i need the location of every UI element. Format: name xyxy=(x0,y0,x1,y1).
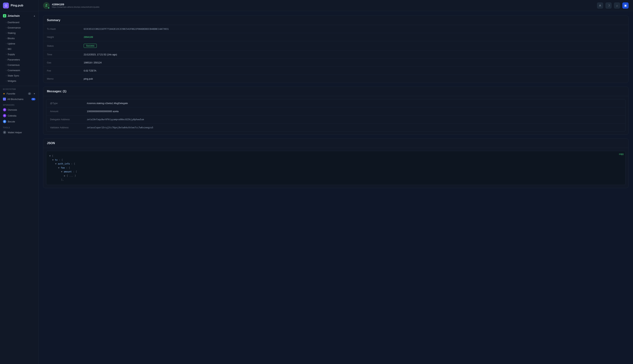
sponsors-section: SPONSORS O Osmosis ✦ Celestia B Becole xyxy=(0,102,39,124)
ecosystem-label: ECOSYSTEM xyxy=(0,86,39,91)
height-value[interactable]: 2894189 xyxy=(84,36,625,38)
time-label: Time xyxy=(47,53,84,56)
becole-label: Becole xyxy=(8,120,15,123)
chain-header[interactable]: Z Zetachain ▲ xyxy=(0,13,39,19)
json-collapse-icon[interactable]: ▼ xyxy=(49,154,51,157)
time-value: 21/12/2023, 17:21:52 (14s ago) xyxy=(84,53,625,56)
favorite-label: Favorite xyxy=(7,92,15,95)
status-value: Success xyxy=(84,44,625,48)
sidebar-item-ibc[interactable]: › IBC xyxy=(0,46,39,52)
tools-section: TOOLS ⊟ Wallet Helper xyxy=(0,124,39,135)
app-logo: ⬡ xyxy=(3,2,9,8)
json-card: JSON copy ▼ { ▼ tx : { ▼ auth_info xyxy=(43,138,628,188)
sidebar-item-osmosis[interactable]: O Osmosis xyxy=(0,107,39,113)
msg-delegator-label: Delegator Address xyxy=(50,118,87,121)
msg-delegator-row: Delegator Address zeta19nfaqu9wr0fktyyam… xyxy=(46,116,625,124)
json-line: ▼ tx : { xyxy=(49,158,622,162)
fee-row: Fee 0.02 TZETA xyxy=(43,67,628,75)
fee-value: 0.02 TZETA xyxy=(84,69,625,72)
nav-arrow-icon: › xyxy=(6,32,7,34)
json-line: ▼ { xyxy=(49,154,622,158)
memo-label: Memo xyxy=(47,78,84,80)
nav-arrow-icon: › xyxy=(6,21,7,23)
status-row: Status Success xyxy=(43,41,628,50)
sidebar-item-cosmwasm[interactable]: › Cosmwasm xyxy=(0,68,39,73)
sidebar-item-label: Dashboard xyxy=(8,21,19,24)
chain-header-left: Z Zetachain xyxy=(3,14,20,18)
sponsors-label: SPONSORS xyxy=(0,102,39,107)
msg-delegator-value: zeta19nfaqu9wr0fktyyampva98ec025kjy0phww… xyxy=(87,118,621,121)
json-collapse-icon[interactable]: ▼ xyxy=(55,162,57,165)
status-label: Status xyxy=(47,44,84,47)
sidebar-item-uptime[interactable]: › Uptime xyxy=(0,41,39,46)
becole-icon: B xyxy=(3,120,6,123)
tx-hash-row: Tx Hash 633C651CC8922187F771842E13C2C98C… xyxy=(43,25,628,33)
wallet-icon: ⊟ xyxy=(3,131,6,134)
chain-dot: Z xyxy=(3,14,6,18)
sidebar-item-parameters[interactable]: › Parameters xyxy=(0,57,39,62)
summary-card: Summary Tx Hash 633C651CC8922187F771842E… xyxy=(43,16,628,83)
sidebar-item-consensus[interactable]: › Consensus xyxy=(0,62,39,68)
sidebar-item-staking[interactable]: › Staking xyxy=(0,30,39,36)
json-collapse-icon[interactable]: ▼ xyxy=(52,159,54,161)
nav-arrow-icon: › xyxy=(6,43,7,45)
sidebar-item-dashboard[interactable]: › Dashboard xyxy=(0,20,39,25)
sidebar-item-label: Parameters xyxy=(8,58,20,61)
sidebar-item-label: State Sync xyxy=(8,74,19,77)
json-title: JSON xyxy=(43,138,628,148)
language-button[interactable]: A xyxy=(597,2,603,9)
msg-validator-row: Validator Address zetavaloper15ruj2tc76p… xyxy=(46,124,625,132)
sidebar-item-favorite[interactable]: ★ Favorite 2 ▼ xyxy=(0,91,39,96)
topbar-chain-info: #2894189 https://zetachain-athens.blockp… xyxy=(52,3,100,8)
search-button[interactable]: ⌕ xyxy=(614,2,620,9)
summary-title: Summary xyxy=(43,16,628,25)
chain-name: Zetachain xyxy=(8,14,20,17)
json-copy-button[interactable]: copy xyxy=(619,153,623,155)
messages-card: Messages: (1) @Type /cosmos.staking.v1be… xyxy=(43,86,628,135)
sidebar-item-blocks[interactable]: › Blocks xyxy=(0,36,39,41)
json-collapse-icon[interactable]: ▶ xyxy=(64,174,65,177)
sidebar-item-governance[interactable]: › Governance xyxy=(0,25,39,30)
fee-label: Fee xyxy=(47,69,84,72)
topbar-actions: A ☽ ⌕ ▣ xyxy=(597,2,628,9)
json-container: copy ▼ { ▼ tx : { ▼ auth_info : { xyxy=(46,151,625,185)
nav-arrow-icon: › xyxy=(6,80,7,82)
gas-row: Gas 198518 / 250124 xyxy=(43,59,628,67)
nav-arrow-icon: › xyxy=(6,48,7,50)
json-line: ], xyxy=(49,178,622,182)
nav-arrow-icon: › xyxy=(6,27,7,29)
app-header: ⬡ Ping.pub xyxy=(0,0,39,11)
all-blockchains-badge: 50 xyxy=(31,98,36,100)
json-collapse-icon[interactable]: ▼ xyxy=(58,166,60,169)
sidebar-item-label: Uptime xyxy=(8,42,15,45)
sidebar-item-label: Staking xyxy=(8,32,16,34)
json-line: ▶ { ... } xyxy=(49,174,622,178)
wallet-button[interactable]: ▣ xyxy=(622,2,628,9)
sidebar-item-all-blockchains[interactable]: All Blockchains 50 xyxy=(0,96,39,102)
status-badge: Success xyxy=(84,44,97,48)
osmosis-label: Osmosis xyxy=(8,108,17,111)
sidebar-item-state-sync[interactable]: › State Sync xyxy=(0,73,39,78)
star-icon: ★ xyxy=(3,92,5,95)
messages-title: Messages: (1) xyxy=(43,87,628,96)
chain-section: Z Zetachain ▲ › Dashboard › Governance ›… xyxy=(0,11,39,86)
topbar: Z #2894189 https://zetachain-athens.bloc… xyxy=(39,0,633,11)
sidebar-item-supply[interactable]: › Supply xyxy=(0,52,39,57)
msg-type-value: /cosmos.staking.v1beta1.MsgDelegate xyxy=(87,102,621,104)
sidebar-item-celestia[interactable]: ✦ Celestia xyxy=(0,113,39,118)
sidebar-item-label: IBC xyxy=(8,48,12,50)
sidebar-item-label: Governance xyxy=(8,26,21,29)
msg-type-row: @Type /cosmos.staking.v1beta1.MsgDelegat… xyxy=(46,99,625,107)
sidebar-item-widgets[interactable]: › Widgets xyxy=(0,78,39,84)
osmosis-icon: O xyxy=(3,108,6,112)
sidebar-item-wallet-helper[interactable]: ⊟ Wallet Helper xyxy=(0,130,39,135)
sidebar-item-becole[interactable]: B Becole xyxy=(0,118,39,124)
theme-button[interactable]: ☽ xyxy=(605,2,612,9)
celestia-icon: ✦ xyxy=(3,114,6,117)
topbar-left: Z #2894189 https://zetachain-athens.bloc… xyxy=(43,2,100,9)
json-collapse-icon[interactable]: ▼ xyxy=(61,170,62,173)
json-line: ▼ fee : { xyxy=(49,166,622,170)
chevron-down-icon: ▼ xyxy=(33,92,36,95)
msg-amount-value: 1000000000000000000 azeta xyxy=(87,110,621,113)
msg-type-label: @Type xyxy=(50,102,87,104)
